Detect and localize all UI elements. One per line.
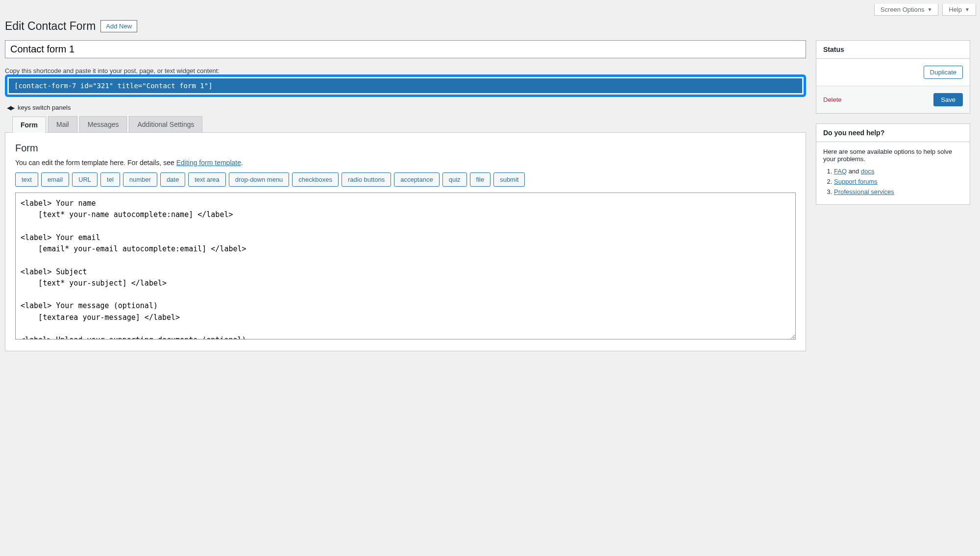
tag-button-acceptance[interactable]: acceptance <box>394 172 440 187</box>
delete-link[interactable]: Delete <box>823 96 842 103</box>
help-item-faq: FAQ and docs <box>834 168 963 175</box>
tab-form[interactable]: Form <box>12 117 46 133</box>
chevron-down-icon: ▼ <box>965 7 970 12</box>
tag-button-number[interactable]: number <box>123 172 157 187</box>
status-box: Status Duplicate Delete Save <box>816 40 970 114</box>
docs-link[interactable]: docs <box>861 168 874 175</box>
help-button[interactable]: Help ▼ <box>942 4 976 16</box>
professional-services-link[interactable]: Professional services <box>834 188 894 195</box>
panel-description: You can edit the form template here. For… <box>15 159 796 167</box>
duplicate-button[interactable]: Duplicate <box>924 66 963 79</box>
form-template-textarea[interactable] <box>15 193 796 339</box>
screen-options-button[interactable]: Screen Options ▼ <box>874 4 939 16</box>
tag-button-submit[interactable]: submit <box>493 172 525 187</box>
shortcode-hint: Copy this shortcode and paste it into yo… <box>5 67 806 74</box>
tag-button-quiz[interactable]: quiz <box>442 172 467 187</box>
panel-tabs: Form Mail Messages Additional Settings <box>12 116 806 132</box>
page-title: Edit Contact Form <box>5 20 96 33</box>
save-button[interactable]: Save <box>933 93 963 106</box>
tag-button-tel[interactable]: tel <box>100 172 120 187</box>
tag-button-radio-buttons[interactable]: radio buttons <box>342 172 391 187</box>
tag-button-date[interactable]: date <box>160 172 185 187</box>
form-panel: Form You can edit the form template here… <box>5 132 806 351</box>
tag-button-text[interactable]: text <box>15 172 38 187</box>
tag-button-file[interactable]: file <box>470 172 491 187</box>
tab-mail[interactable]: Mail <box>48 116 77 132</box>
chevron-down-icon: ▼ <box>927 7 932 12</box>
status-title: Status <box>816 41 970 59</box>
tag-button-URL[interactable]: URL <box>72 172 98 187</box>
help-item-pro: Professional services <box>834 188 963 195</box>
help-box: Do you need help? Here are some availabl… <box>816 123 970 205</box>
shortcode-input[interactable] <box>9 78 802 93</box>
help-label: Help <box>949 6 962 13</box>
help-item-support: Support forums <box>834 178 963 185</box>
shortcode-highlight <box>5 74 806 97</box>
support-forums-link[interactable]: Support forums <box>834 178 878 185</box>
tab-messages[interactable]: Messages <box>79 116 127 132</box>
tag-button-text-area[interactable]: text area <box>188 172 226 187</box>
editing-template-link[interactable]: Editing form template <box>176 159 241 167</box>
keys-switch-label: keys switch panels <box>18 104 71 111</box>
help-title: Do you need help? <box>816 124 970 142</box>
tag-button-email[interactable]: email <box>41 172 69 187</box>
help-intro: Here are some available options to help … <box>823 148 963 163</box>
faq-link[interactable]: FAQ <box>834 168 847 175</box>
form-title-input[interactable] <box>5 40 806 58</box>
arrows-icon: ◀▶ <box>7 104 14 111</box>
add-new-button[interactable]: Add New <box>100 20 137 32</box>
tag-generator-buttons: textemailURLtelnumberdatetext areadrop-d… <box>15 172 796 187</box>
screen-options-label: Screen Options <box>881 6 925 13</box>
panel-heading: Form <box>15 143 796 154</box>
tag-button-drop-down-menu[interactable]: drop-down menu <box>229 172 290 187</box>
tab-additional-settings[interactable]: Additional Settings <box>129 116 202 132</box>
tag-button-checkboxes[interactable]: checkboxes <box>292 172 339 187</box>
